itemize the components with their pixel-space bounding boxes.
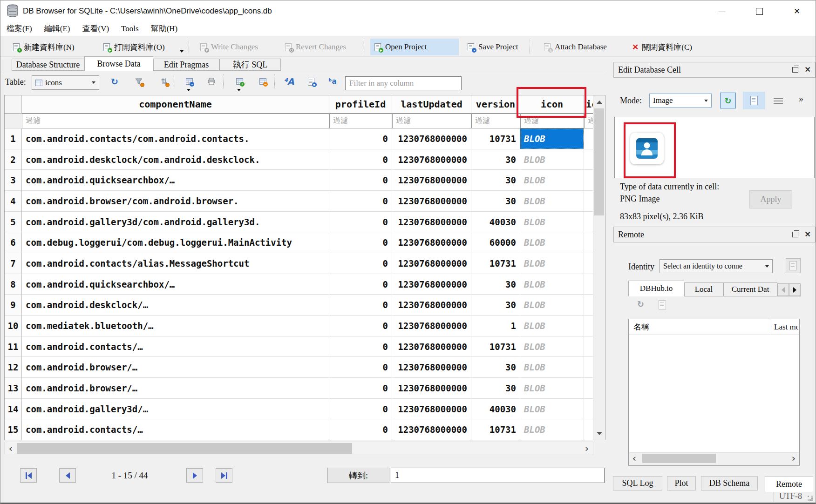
table-cell-partial[interactable] <box>584 253 594 274</box>
table-cell-version[interactable]: 30 <box>471 378 520 399</box>
column-divider[interactable] <box>771 319 771 335</box>
identity-selector[interactable]: Select an identity to conne <box>660 259 773 273</box>
minimize-button[interactable]: — <box>707 0 736 22</box>
delete-record-button[interactable]: − <box>257 75 269 87</box>
row-number[interactable]: 9 <box>5 295 22 316</box>
table-cell-partial[interactable] <box>584 336 594 357</box>
tab-execute-sql[interactable]: 執行 SQL <box>219 59 281 71</box>
tab-browse-data[interactable]: Browse Data <box>84 56 153 71</box>
table-cell-componentName[interactable]: com.android.contacts/com.android.contact… <box>22 128 329 149</box>
status-encoding[interactable]: UTF-8 <box>779 491 802 501</box>
row-number[interactable]: 12 <box>5 357 22 378</box>
scroll-left-button[interactable]: ‹ <box>629 453 639 464</box>
column-header-profileId[interactable]: profileId <box>329 95 392 114</box>
row-number[interactable]: 4 <box>5 191 22 212</box>
remote-list-header-name[interactable]: 名稱 <box>629 322 649 332</box>
row-number[interactable]: 5 <box>5 212 22 233</box>
table-cell-componentName[interactable]: com.android.browser/… <box>22 357 329 378</box>
horizontal-scrollbar[interactable]: ‹ › <box>4 442 593 455</box>
table-cell-lastUpdated[interactable]: 1230768000000 <box>392 399 471 420</box>
table-cell-profileId[interactable]: 0 <box>329 336 392 357</box>
vertical-scrollbar-thumb[interactable] <box>594 108 604 215</box>
filter-input-profileId[interactable]: 過濾 <box>329 114 392 128</box>
row-number[interactable]: 15 <box>5 419 22 440</box>
first-page-button[interactable] <box>20 468 37 483</box>
table-cell-componentName[interactable]: com.debug.loggerui/com.debug.loggerui.Ma… <box>22 232 329 253</box>
attach-database-button[interactable]: a Attach Database <box>540 39 611 55</box>
table-cell-profileId[interactable]: 0 <box>329 128 392 149</box>
table-cell-partial[interactable] <box>584 149 594 170</box>
open-database-dropdown-icon[interactable] <box>179 50 184 53</box>
float-panel-icon[interactable] <box>792 232 798 237</box>
remote-clone-button[interactable] <box>659 300 666 309</box>
table-cell-partial[interactable] <box>584 191 594 212</box>
table-cell-version[interactable]: 30 <box>471 170 520 191</box>
row-number[interactable]: 7 <box>5 253 22 274</box>
table-cell-profileId[interactable]: 0 <box>329 274 392 295</box>
write-changes-button[interactable]: ▾ Write Changes <box>196 39 262 55</box>
table-cell-icon[interactable]: BLOB <box>520 419 584 440</box>
tab-database-structure[interactable]: Database Structure <box>12 59 84 71</box>
table-cell-componentName[interactable]: com.android.contacts/alias.MessageShortc… <box>22 253 329 274</box>
revert-changes-button[interactable]: ↺ Revert Changes <box>281 39 350 55</box>
scroll-right-button[interactable]: › <box>789 453 799 464</box>
table-cell-version[interactable]: 1 <box>471 316 520 336</box>
filter-any-column-input[interactable] <box>345 76 462 90</box>
print-button[interactable] <box>205 75 218 87</box>
table-cell-lastUpdated[interactable]: 1230768000000 <box>392 419 471 440</box>
table-cell-icon[interactable]: BLOB <box>520 128 584 149</box>
column-header-componentName[interactable]: componentName <box>22 95 329 114</box>
table-cell-icon[interactable]: BLOB <box>520 191 584 212</box>
save-results-dropdown-icon[interactable] <box>187 89 190 91</box>
table-cell-partial[interactable] <box>584 128 594 149</box>
menu-tools[interactable]: Tools <box>115 22 145 36</box>
close-panel-icon[interactable]: ✕ <box>805 231 811 238</box>
clear-filters-button[interactable] <box>133 75 145 87</box>
last-page-button[interactable] <box>216 468 232 483</box>
table-cell-version[interactable]: 60000 <box>471 232 520 253</box>
resize-grip[interactable] <box>808 496 813 501</box>
open-database-button[interactable]: ▸ 打開資料庫(O) <box>99 39 169 55</box>
table-cell-version[interactable]: 40030 <box>471 212 520 233</box>
table-cell-version[interactable]: 30 <box>471 357 520 378</box>
table-cell-lastUpdated[interactable]: 1230768000000 <box>392 357 471 378</box>
table-cell-componentName[interactable]: com.android.quicksearchbox/… <box>22 170 329 191</box>
format-font-button[interactable]: ⁴A <box>283 75 295 87</box>
insert-record-button[interactable]: + <box>233 75 245 87</box>
scroll-right-button[interactable]: › <box>582 443 592 454</box>
table-cell-icon[interactable]: BLOB <box>520 336 584 357</box>
menu-edit[interactable]: 編輯(E) <box>38 22 76 36</box>
table-cell-componentName[interactable]: com.android.browser/com.android.browser. <box>22 191 329 212</box>
row-number[interactable]: 1 <box>5 128 22 149</box>
table-cell-profileId[interactable]: 0 <box>329 295 392 316</box>
filter-input-lastUpdated[interactable]: 過濾 <box>392 114 471 128</box>
table-cell-lastUpdated[interactable]: 1230768000000 <box>392 170 471 191</box>
table-cell-icon[interactable]: BLOB <box>520 274 584 295</box>
table-cell-lastUpdated[interactable]: 1230768000000 <box>392 336 471 357</box>
table-cell-icon[interactable]: BLOB <box>520 295 584 316</box>
table-cell-version[interactable]: 10731 <box>471 128 520 149</box>
sort-order-button[interactable]: ⇅ <box>158 75 170 87</box>
table-cell-profileId[interactable]: 0 <box>329 378 392 399</box>
table-cell-icon[interactable]: BLOB <box>520 170 584 191</box>
table-cell-icon[interactable]: BLOB <box>520 399 584 420</box>
table-cell-profileId[interactable]: 0 <box>329 316 392 336</box>
bottom-tab-db-schema[interactable]: DB Schema <box>701 476 758 491</box>
tab-scroll-right-button[interactable] <box>789 283 801 296</box>
toolbar-overflow-button[interactable]: » <box>799 94 803 104</box>
refresh-button[interactable]: ↻ <box>109 75 121 87</box>
row-number[interactable]: 13 <box>5 378 22 399</box>
table-selector[interactable]: icons <box>32 75 99 90</box>
bottom-tab-sql-log[interactable]: SQL Log <box>613 476 662 491</box>
table-cell-icon[interactable]: BLOB <box>520 232 584 253</box>
table-cell-version[interactable]: 30 <box>471 191 520 212</box>
table-cell-partial[interactable] <box>584 274 594 295</box>
table-cell-profileId[interactable]: 0 <box>329 232 392 253</box>
table-cell-partial[interactable] <box>584 357 594 378</box>
table-cell-version[interactable]: 10731 <box>471 336 520 357</box>
table-cell-icon[interactable]: BLOB <box>520 253 584 274</box>
table-cell-componentName[interactable]: com.android.deskclock/… <box>22 295 329 316</box>
table-cell-version[interactable]: 10731 <box>471 419 520 440</box>
table-cell-icon[interactable]: BLOB <box>520 212 584 233</box>
export-text-button[interactable] <box>743 92 765 109</box>
